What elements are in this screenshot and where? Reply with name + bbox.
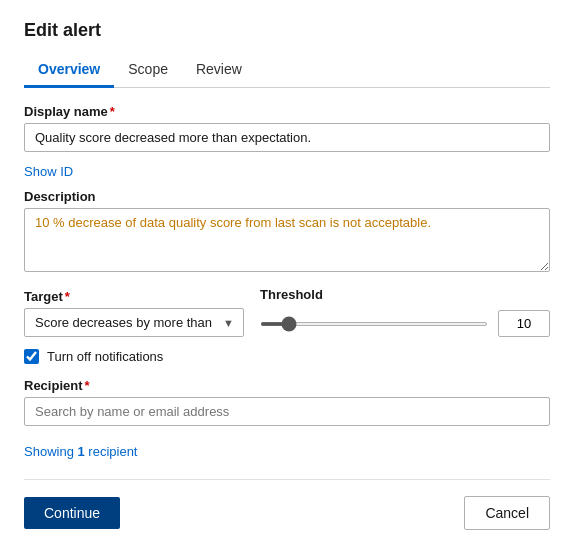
- display-name-input[interactable]: [24, 123, 550, 152]
- recipient-search-input[interactable]: [24, 397, 550, 426]
- show-id-link[interactable]: Show ID: [24, 164, 550, 179]
- description-textarea[interactable]: 10 % decrease of data quality score from…: [24, 208, 550, 272]
- target-select-wrapper: Score decreases by more than ▼: [24, 308, 244, 337]
- cancel-button[interactable]: Cancel: [464, 496, 550, 530]
- target-select[interactable]: Score decreases by more than: [24, 308, 244, 337]
- edit-alert-dialog: Edit alert Overview Scope Review Display…: [0, 0, 574, 544]
- notifications-row: Turn off notifications: [24, 349, 550, 364]
- display-name-group: Display name*: [24, 104, 550, 152]
- display-name-label: Display name*: [24, 104, 550, 119]
- description-group: Description 10 % decrease of data qualit…: [24, 189, 550, 275]
- recipient-label: Recipient*: [24, 378, 550, 393]
- slider-container: [260, 322, 488, 326]
- continue-button[interactable]: Continue: [24, 497, 120, 529]
- notifications-label: Turn off notifications: [47, 349, 163, 364]
- threshold-value-input[interactable]: [498, 310, 550, 337]
- threshold-slider[interactable]: [260, 322, 488, 326]
- description-label: Description: [24, 189, 550, 204]
- threshold-group: Threshold: [260, 287, 550, 337]
- tab-bar: Overview Scope Review: [24, 55, 550, 88]
- tab-scope[interactable]: Scope: [114, 55, 182, 88]
- notifications-checkbox[interactable]: [24, 349, 39, 364]
- dialog-footer: Continue Cancel: [24, 479, 550, 530]
- threshold-label: Threshold: [260, 287, 550, 302]
- dialog-title: Edit alert: [24, 20, 550, 41]
- showing-recipient-text: Showing 1 recipient: [24, 444, 550, 459]
- target-label: Target*: [24, 289, 244, 304]
- threshold-row: [260, 310, 550, 337]
- target-group: Target* Score decreases by more than ▼: [24, 289, 244, 337]
- target-threshold-row: Target* Score decreases by more than ▼ T…: [24, 287, 550, 337]
- tab-review[interactable]: Review: [182, 55, 256, 88]
- tab-overview[interactable]: Overview: [24, 55, 114, 88]
- recipient-group: Recipient*: [24, 378, 550, 426]
